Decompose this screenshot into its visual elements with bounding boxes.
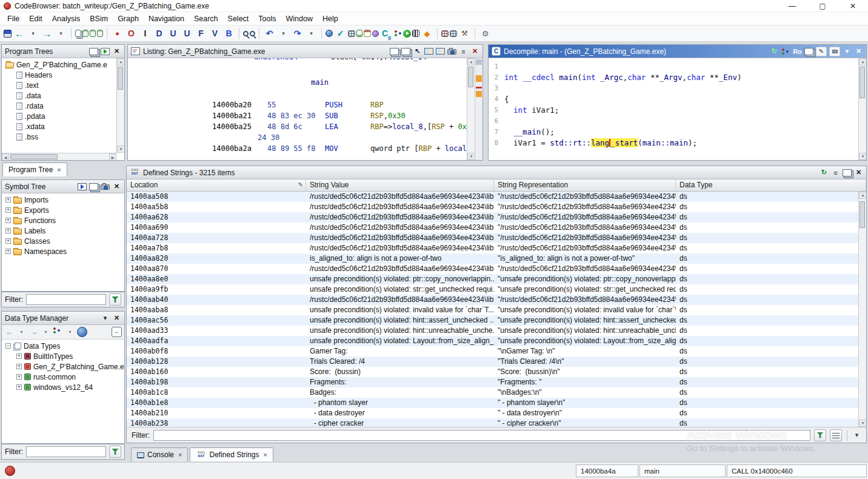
data-type-manager-filter-input[interactable]: [26, 446, 106, 457]
snapshot-icon[interactable]: [89, 183, 98, 190]
copy-view-icon[interactable]: [390, 48, 399, 55]
filter-menu-caret-icon[interactable]: ▾: [852, 430, 861, 440]
tree-item-headers[interactable]: Headers: [2, 70, 124, 80]
graph-icon[interactable]: [781, 48, 790, 55]
override-icon[interactable]: O: [125, 27, 138, 40]
string-row[interactable]: 1400ab128Trials Cleared: /4"Trials Clear…: [127, 357, 858, 367]
string-row[interactable]: 1400ab238 - cipher cracker" - cipher cra…: [127, 418, 858, 427]
filter-options-button[interactable]: [814, 429, 826, 441]
close-icon[interactable]: ✕: [112, 47, 121, 56]
rust-demangler-icon[interactable]: Ro: [793, 47, 802, 56]
bookmark-diamond-icon[interactable]: ◆: [421, 27, 433, 40]
expander-icon[interactable]: +: [16, 353, 22, 359]
dtm-back-icon[interactable]: ←: [4, 327, 15, 337]
export-tree-icon[interactable]: [101, 48, 110, 55]
expander-icon[interactable]: +: [5, 249, 11, 254]
patch-instruction-icon[interactable]: ⚒: [458, 27, 471, 40]
search-program-text-icon[interactable]: [250, 31, 255, 36]
scroll-up-icon[interactable]: ▲: [859, 58, 866, 65]
string-row[interactable]: 1400aac56unsafe precondition(s) violated…: [127, 315, 858, 326]
diff-view-2-icon[interactable]: [436, 48, 445, 55]
listing-row[interactable]: 24 30: [128, 133, 466, 144]
menu-tools[interactable]: Tools: [253, 13, 281, 24]
symbol-tree-filter-input[interactable]: [26, 294, 106, 305]
menu-icon[interactable]: ≡: [459, 47, 468, 56]
tree-item-xdata[interactable]: .xdata: [2, 121, 124, 132]
menu-icon[interactable]: ≡: [831, 168, 840, 178]
scroll-down-icon[interactable]: ▼: [859, 420, 866, 427]
dtm-back-menu-icon[interactable]: ▾: [16, 327, 27, 337]
tree-item-rdata[interactable]: .rdata: [2, 101, 124, 111]
listing-row[interactable]: 14000ba2055PUSHRBP: [128, 101, 466, 111]
decompile-line[interactable]: 3: [489, 82, 866, 93]
tree-item-imports[interactable]: +Imports: [2, 195, 124, 205]
decompile-line[interactable]: 2int __cdecl main(int _Argc,char **_Argv…: [489, 72, 866, 82]
string-row[interactable]: 1400ab0f8Gamer Tag:"\nGamer Tag: \n"ds: [127, 346, 858, 357]
scroll-down-icon[interactable]: ▼: [117, 146, 124, 153]
listing-overview-margin[interactable]: [475, 58, 482, 160]
string-row[interactable]: 1400ab1c8Badges:"\nBadges:\n"ds: [127, 387, 858, 398]
refresh-icon[interactable]: ↻: [820, 168, 829, 178]
edit-chip-icon[interactable]: ✎: [816, 47, 827, 56]
tree-item-functions[interactable]: +Functions: [2, 215, 124, 226]
close-icon[interactable]: ✕: [112, 313, 121, 323]
string-row[interactable]: 1400ab1e8 - phantom slayer" - phantom sl…: [127, 398, 858, 408]
run-script-icon[interactable]: [403, 30, 411, 38]
string-row[interactable]: 1400aa9fbunsafe precondition(s) violated…: [127, 284, 858, 295]
decompile-line[interactable]: 4{: [489, 93, 866, 104]
expander-icon[interactable]: +: [16, 364, 22, 369]
scroll-down-icon[interactable]: ▼: [859, 153, 866, 160]
close-icon[interactable]: ✕: [112, 182, 121, 192]
tab-program-tree[interactable]: Program Tree ×: [2, 162, 67, 176]
camera-icon[interactable]: [447, 49, 456, 55]
go-to-symbol-icon[interactable]: [78, 183, 87, 190]
string-row[interactable]: 1400aab40/rustc/ded5c06cf21d2b93bffd5d88…: [127, 295, 858, 305]
string-row[interactable]: 1400aadfaunsafe precondition(s) violated…: [127, 336, 858, 346]
bookmark-letter-icon[interactable]: B: [222, 27, 235, 40]
decompile-header[interactable]: Decompile: main - (Gen_Z_PBatching_Game.…: [489, 45, 866, 58]
dtm-filter-menu-icon[interactable]: ▾: [65, 327, 75, 337]
string-row[interactable]: 1400aa728/rustc/ded5c06cf21d2b93bffd5d88…: [127, 233, 858, 243]
menu-bsim[interactable]: BSim: [85, 13, 113, 24]
define-function-icon[interactable]: F: [195, 27, 207, 40]
filter-options-button[interactable]: [109, 293, 121, 306]
string-row[interactable]: 1400ab198Fragments:"Fragments: "ds: [127, 377, 858, 387]
duplicate-view-icon[interactable]: [401, 48, 410, 55]
undefine-icon[interactable]: U: [167, 27, 179, 40]
language-icon[interactable]: C: [380, 27, 393, 40]
undefine-all-icon[interactable]: U: [181, 27, 193, 40]
undo-menu-icon[interactable]: ▾: [277, 27, 290, 40]
back-menu-icon[interactable]: ▾: [27, 27, 39, 40]
listing-row[interactable]: 14000ba2148 83 ec 30SUBRSP,0x30: [128, 112, 466, 122]
processor-manual-icon[interactable]: ⚙: [479, 27, 492, 40]
expander-icon[interactable]: +: [5, 197, 11, 203]
call-tree-icon[interactable]: [394, 30, 402, 37]
dtm-collapse-all-icon[interactable]: −: [112, 327, 122, 337]
program-tree-hscrollbar[interactable]: ◀ ▶: [2, 153, 116, 160]
variable-icon[interactable]: V: [209, 27, 221, 40]
program-trees-header[interactable]: Program Trees ✕: [2, 45, 124, 58]
decompile-line[interactable]: 1: [489, 61, 866, 72]
define-data-icon[interactable]: D: [153, 27, 165, 40]
scroll-thumb[interactable]: [860, 67, 865, 98]
undo-icon[interactable]: ↶: [263, 27, 276, 40]
program-tree-vscrollbar[interactable]: ▲ ▼: [116, 58, 124, 153]
string-row[interactable]: 1400ab160Score: (bussin)"Score: (bussin)…: [127, 367, 858, 377]
scroll-up-icon[interactable]: ▲: [859, 192, 866, 199]
dtm-filter-types-icon[interactable]: [53, 327, 63, 337]
expander-icon[interactable]: +: [5, 207, 11, 213]
decompile-line[interactable]: 7 __main();: [489, 126, 866, 137]
column-header-string-value[interactable]: String Value: [306, 179, 494, 191]
listing-header[interactable]: Listing: Gen_Z_PBatching_Game.exe ↖≡✕: [128, 45, 482, 58]
string-row[interactable]: 1400aa628/rustc/ded5c06cf21d2b93bffd5d88…: [127, 212, 858, 223]
tree-item-namespaces[interactable]: +Namespaces: [2, 246, 124, 256]
string-row[interactable]: 1400aa690/rustc/ded5c06cf21d2b93bffd5d88…: [127, 223, 858, 233]
redo-menu-icon[interactable]: ▾: [305, 27, 318, 40]
listing-row[interactable]: 14000ba2548 8d 6cLEARBP=>local_8,[RSP + …: [128, 122, 466, 133]
tab-defined-strings[interactable]: Defined Strings×: [190, 447, 273, 461]
menu-search[interactable]: Search: [189, 13, 223, 24]
paste-special-icon[interactable]: [90, 30, 96, 37]
snapshot-icon[interactable]: [89, 48, 98, 55]
menu-navigation[interactable]: Navigation: [144, 13, 189, 24]
close-tab-icon[interactable]: ×: [57, 166, 61, 173]
